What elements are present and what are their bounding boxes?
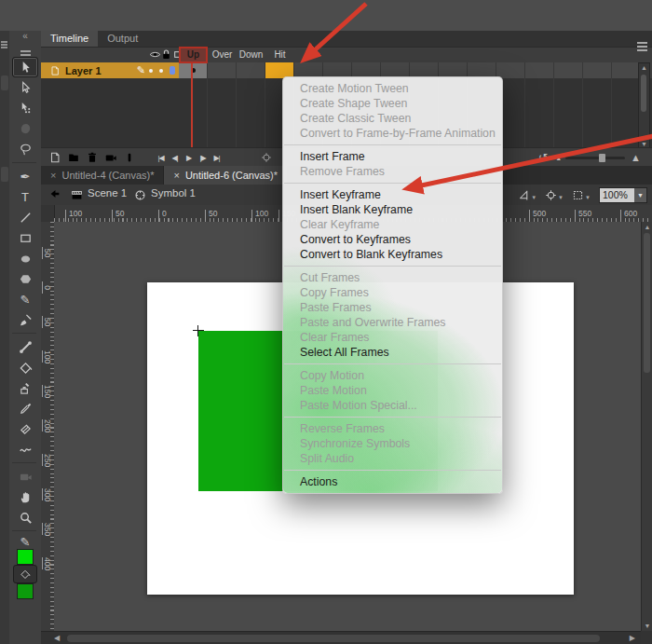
menu-insert-frame[interactable]: Insert Frame (283, 149, 502, 164)
paint-bucket-tool[interactable] (12, 357, 38, 377)
delete-layer-button[interactable] (83, 150, 102, 165)
frame-cell[interactable] (237, 62, 265, 78)
scroll-up-icon[interactable]: ▲ (642, 224, 652, 230)
scrollbar-thumb[interactable] (67, 635, 600, 642)
outline-color-chip[interactable] (170, 66, 175, 75)
free-transform-tool[interactable] (12, 98, 38, 118)
canvas-vertical-scrollbar[interactable]: ▲ ▼ (641, 222, 652, 631)
oval-tool[interactable] (12, 248, 38, 268)
stroke-color-pencil[interactable]: ✎ (12, 534, 38, 549)
tools-panel-menu-icon[interactable] (9, 43, 41, 55)
frame-cell[interactable] (208, 62, 237, 78)
camera-tool[interactable] (12, 466, 38, 486)
menu-clear-keyframe[interactable]: Clear Keyframe (283, 217, 502, 232)
frame-label-hit[interactable]: Hit (265, 47, 294, 62)
selection-tool[interactable] (12, 57, 38, 77)
menu-paste-overwrite-frames[interactable]: Paste and Overwrite Frames (283, 315, 502, 330)
fill-color-bucket[interactable] (13, 565, 37, 583)
rectangle-tool[interactable] (12, 227, 38, 248)
frame-cell[interactable] (179, 62, 208, 78)
breadcrumb-symbol[interactable]: Symbol 1 (151, 187, 196, 199)
menu-clear-frames[interactable]: Clear Frames (283, 330, 502, 345)
menu-paste-motion[interactable]: Paste Motion (283, 383, 502, 398)
timeline-vertical-scrollbar[interactable]: ▲ ▼ (638, 62, 650, 149)
subselection-tool[interactable] (12, 77, 38, 98)
frame-cell[interactable] (583, 62, 612, 78)
brush-tool[interactable] (12, 309, 38, 330)
dock-panel-chip[interactable] (1, 75, 8, 90)
menu-reverse-frames[interactable]: Reverse Frames (283, 421, 502, 436)
frame-cell[interactable] (554, 62, 583, 78)
marker-button[interactable] (120, 150, 139, 165)
menu-copy-motion[interactable]: Copy Motion (283, 368, 502, 383)
menu-synchronize-symbols[interactable]: Synchronize Symbols (283, 436, 502, 451)
menu-create-shape-tween[interactable]: Create Shape Tween (283, 96, 502, 111)
play-button[interactable]: ▶ (182, 154, 196, 162)
collapse-panel-button[interactable]: « (9, 31, 41, 43)
text-tool[interactable]: T (12, 186, 38, 207)
playhead-line[interactable] (191, 62, 193, 147)
menu-convert-to-keyframes[interactable]: Convert to Keyframes (283, 232, 502, 247)
eraser-tool[interactable] (12, 418, 38, 439)
bone-tool[interactable] (12, 336, 38, 357)
fill-color-swatch[interactable] (12, 583, 38, 599)
timeline-zoom-slider[interactable] (565, 157, 625, 159)
frame-cell[interactable] (525, 62, 554, 78)
frame-label-down[interactable]: Down (237, 47, 265, 62)
menu-paste-frames[interactable]: Paste Frames (283, 300, 502, 315)
pencil-tool[interactable]: ✎ (12, 289, 38, 309)
step-forward-button[interactable]: |▶ (196, 154, 210, 162)
dock-menu-icon[interactable] (1, 44, 7, 46)
menu-remove-frames[interactable]: Remove Frames (283, 164, 502, 179)
camera-button[interactable] (102, 150, 120, 165)
close-icon[interactable]: × (50, 170, 56, 181)
lock-dot-icon[interactable] (159, 69, 163, 73)
straighten-icon[interactable]: ▼ (518, 186, 537, 203)
dock-panel-chip[interactable] (1, 167, 8, 182)
first-frame-button[interactable]: |◀ (154, 154, 168, 162)
menu-select-all-frames[interactable]: Select All Frames (283, 345, 502, 360)
doc-tab-untitled-4[interactable]: × Untitled-4 (Canvas)* (41, 166, 164, 185)
step-back-button[interactable]: ◀| (168, 154, 182, 162)
canvas-horizontal-scrollbar[interactable]: ◀ ▶ (41, 631, 641, 644)
slider-thumb[interactable] (599, 154, 605, 162)
frame-label-over[interactable]: Over (208, 47, 237, 62)
frame-cell[interactable] (496, 62, 525, 78)
center-frame-button[interactable] (257, 150, 276, 165)
tab-output[interactable]: Output (98, 31, 147, 47)
scroll-up-icon[interactable]: ▲ (639, 64, 649, 71)
close-icon[interactable]: × (173, 170, 179, 181)
eyedropper-tool[interactable] (12, 398, 38, 418)
scroll-right-icon[interactable]: ▶ (630, 634, 635, 642)
ink-bottle-tool[interactable] (12, 377, 38, 398)
menu-paste-motion-special[interactable]: Paste Motion Special... (283, 398, 502, 413)
frame-label-up[interactable]: Up (179, 47, 208, 63)
back-arrow-icon[interactable] (48, 187, 61, 200)
frame-cell[interactable] (612, 62, 641, 78)
chevron-down-icon[interactable]: ▼ (634, 188, 646, 202)
new-layer-button[interactable] (46, 150, 64, 165)
width-tool[interactable] (12, 439, 38, 459)
scroll-left-icon[interactable]: ◀ (54, 634, 60, 642)
menu-cut-frames[interactable]: Cut Frames (283, 270, 502, 285)
zoom-level-dropdown[interactable]: 100% ▼ (599, 187, 647, 203)
menu-split-audio[interactable]: Split Audio (283, 451, 502, 466)
stroke-color-swatch[interactable] (12, 549, 38, 565)
menu-insert-blank-keyframe[interactable]: Insert Blank Keyframe (283, 202, 502, 217)
doc-tab-untitled-6[interactable]: × Untitled-6 (Canvas)* (164, 166, 287, 185)
layer-name-cell[interactable]: Layer 1 ✎ (41, 62, 179, 78)
menu-copy-frames[interactable]: Copy Frames (283, 285, 502, 300)
zoom-in-frames-icon[interactable]: ▲ (631, 152, 641, 163)
menu-create-classic-tween[interactable]: Create Classic Tween (283, 111, 502, 126)
menu-actions[interactable]: Actions (283, 474, 502, 489)
scroll-down-icon[interactable]: ▼ (639, 141, 649, 147)
menu-convert-frame-by-frame[interactable]: Convert to Frame-by-Frame Animation (283, 126, 502, 141)
gradient-transform-tool[interactable] (12, 118, 38, 139)
pen-tool[interactable]: ✒ (12, 166, 38, 186)
last-frame-button[interactable]: ▶| (210, 154, 224, 162)
new-folder-button[interactable] (64, 150, 83, 165)
tab-timeline[interactable]: Timeline (41, 31, 98, 47)
line-tool[interactable] (12, 207, 38, 227)
breadcrumb-scene[interactable]: Scene 1 (88, 187, 127, 199)
menu-convert-to-blank-keyframes[interactable]: Convert to Blank Keyframes (283, 247, 502, 262)
